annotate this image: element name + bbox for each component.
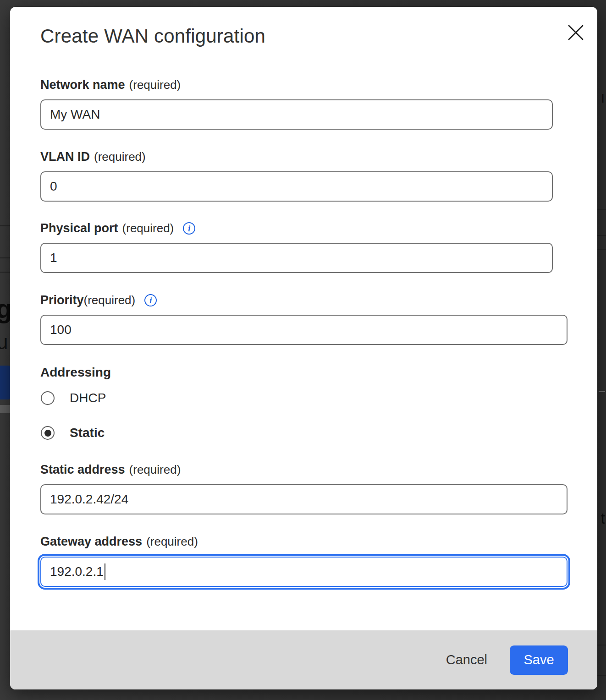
radio-selected-icon	[41, 426, 55, 440]
backdrop-blue-button-fragment	[0, 366, 10, 399]
required-hint: (required)	[94, 150, 146, 164]
dialog-title: Create WAN configuration	[40, 25, 265, 47]
backdrop-text-fragment: u	[0, 331, 8, 354]
info-icon[interactable]: i	[144, 294, 157, 306]
gateway-address-label: Gateway address (required)	[40, 535, 198, 549]
dialog-footer: Cancel Save	[10, 630, 597, 689]
label-text: Gateway address	[40, 535, 142, 549]
backdrop-divider	[0, 272, 10, 273]
radio-option-static[interactable]: Static	[41, 426, 105, 440]
network-name-input[interactable]	[40, 99, 553, 130]
radio-label: Static	[70, 426, 105, 440]
input-value: 192.0.2.1	[50, 564, 104, 579]
close-icon	[567, 24, 584, 41]
network-name-label: Network name (required)	[40, 78, 181, 92]
backdrop-divider	[597, 249, 606, 250]
info-icon[interactable]: i	[183, 222, 195, 235]
physical-port-label: Physical port (required) i	[40, 221, 195, 235]
required-hint: (required)	[122, 221, 174, 235]
backdrop-divider	[597, 209, 606, 210]
required-hint: (required)	[129, 78, 181, 92]
vlan-id-label: VLAN ID (required)	[40, 150, 146, 164]
required-hint: (required)	[84, 293, 136, 307]
static-address-input[interactable]	[40, 484, 567, 514]
addressing-heading: Addressing	[40, 365, 111, 380]
label-text: Static address	[40, 463, 125, 477]
radio-option-dhcp[interactable]: DHCP	[41, 391, 106, 405]
physical-port-input[interactable]	[40, 243, 553, 273]
backdrop-text-fragment: t	[601, 509, 605, 527]
required-hint: (required)	[146, 535, 198, 549]
label-text: Network name	[40, 78, 125, 92]
label-text: VLAN ID	[40, 150, 90, 164]
vlan-id-input[interactable]	[40, 171, 553, 202]
priority-label: Priority (required) i	[40, 293, 157, 307]
static-address-label: Static address (required)	[40, 463, 181, 477]
backdrop-divider	[0, 257, 10, 258]
radio-label: DHCP	[70, 391, 106, 405]
required-hint: (required)	[129, 463, 181, 477]
save-button[interactable]: Save	[510, 645, 568, 675]
backdrop-divider	[597, 235, 606, 236]
text-cursor	[105, 563, 106, 580]
backdrop-row-fragment	[0, 405, 10, 413]
priority-input[interactable]	[40, 315, 567, 345]
cancel-button[interactable]: Cancel	[446, 652, 487, 667]
backdrop-divider	[0, 225, 10, 226]
label-text: Physical port	[40, 221, 118, 235]
label-text: Priority	[40, 293, 84, 307]
backdrop-row-fragment	[599, 391, 605, 392]
create-wan-configuration-dialog: Create WAN configuration Network name (r…	[10, 7, 597, 689]
backdrop-divider	[597, 675, 606, 676]
backdrop-divider	[597, 645, 606, 645]
radio-unselected-icon	[41, 391, 55, 405]
close-button[interactable]	[565, 22, 587, 44]
gateway-address-input[interactable]: 192.0.2.1	[40, 557, 567, 587]
